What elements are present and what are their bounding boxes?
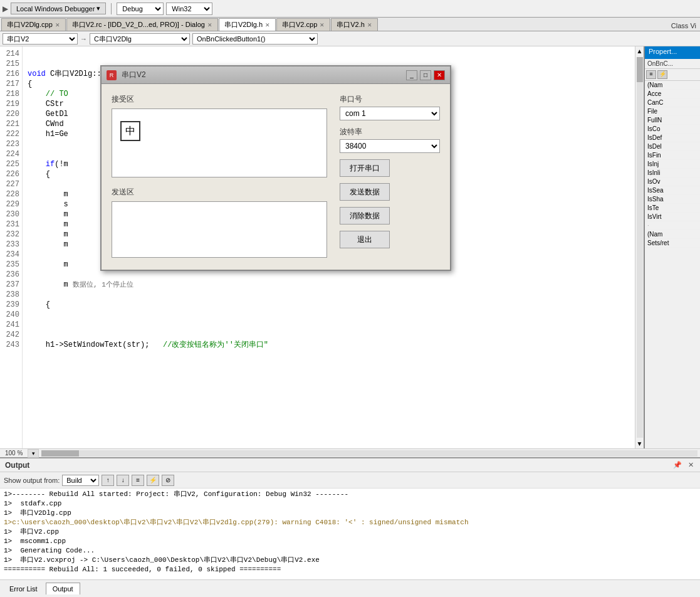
- tab-label: Error List: [9, 585, 38, 593]
- nav-bar: 串口V2 → C串口V2Dlg OnBnClickedButton1(): [0, 31, 700, 46]
- toolbar-btn-2[interactable]: ↓: [117, 475, 129, 486]
- toolbar-btn-3[interactable]: ≡: [132, 475, 144, 486]
- receive-area-container: 中: [112, 108, 327, 179]
- tab-h[interactable]: 串口V2.h ✕: [331, 18, 378, 31]
- code-line: [28, 320, 630, 330]
- prop-row: IsVirt: [645, 213, 700, 221]
- output-controls: 📌 ✕: [672, 461, 695, 469]
- properties-list: (Nam Acce CanC File FullN IsCo IsDef IsD…: [645, 81, 700, 448]
- code-line: [28, 49, 630, 59]
- tab-label: 串口V2.cpp: [282, 20, 317, 29]
- class-nav-dropdown[interactable]: 串口V2: [3, 33, 78, 45]
- dialog-ctrl-btns: _ □ ✕: [406, 70, 445, 80]
- h-scroll-thumb[interactable]: [41, 450, 79, 457]
- prop-row: IsInli: [645, 169, 700, 177]
- toolbar-btn-1[interactable]: ↑: [102, 475, 114, 486]
- tab-label: 串口V2.rc - [IDD_V2_D...ed, PRO)] - Dialog: [72, 20, 205, 29]
- prop-row: (Nam: [645, 230, 700, 239]
- output-title: Output: [5, 461, 29, 470]
- tab-output[interactable]: Output: [46, 583, 80, 594]
- maximize-button[interactable]: □: [420, 70, 431, 80]
- pin-button[interactable]: 📌: [672, 461, 683, 469]
- output-toolbar: Show output from: Build Debug ↑ ↓ ≡ ⚡ ⊘: [0, 472, 700, 489]
- tab-cpp[interactable]: 串口V2.cpp ✕: [276, 18, 330, 31]
- tab-rc-dialog[interactable]: 串口V2.rc - [IDD_V2_D...ed, PRO)] - Dialog…: [66, 18, 218, 31]
- send-textarea[interactable]: [112, 201, 327, 258]
- code-line: m 数据位, 1个停止位: [28, 280, 630, 290]
- send-data-button[interactable]: 发送数据: [340, 183, 390, 201]
- prop-btn-2[interactable]: ⚡: [657, 70, 667, 79]
- dialog-titlebar: R 串口V2 _ □ ✕: [102, 66, 450, 84]
- h-scroll-track: [41, 450, 697, 457]
- prop-row: IsTe: [645, 204, 700, 213]
- debugger-button[interactable]: Local Windows Debugger ▾: [11, 3, 106, 14]
- dropdown-arrow-icon: ▾: [97, 4, 100, 13]
- dialog-body: 接受区 中 发送区 串口号: [102, 84, 450, 270]
- output-header: Output 📌 ✕: [0, 458, 700, 472]
- function-nav-dropdown[interactable]: OnBnClickedButton1(): [192, 33, 318, 45]
- clear-data-button[interactable]: 消除数据: [340, 207, 390, 225]
- platform-dropdown[interactable]: Win32: [166, 3, 212, 15]
- output-line-warning: 1>c:\users\caozh_000\desktop\串口v2\串口v2\串…: [4, 518, 696, 527]
- tab-label: Output: [53, 585, 73, 593]
- tab-label: 串口V2Dlg.h: [224, 20, 263, 29]
- prop-row: IsDef: [645, 134, 700, 142]
- code-line: h1->SetWindowText(str); //改变按钮名称为''关闭串口": [28, 340, 630, 350]
- output-line: 1> stdafx.cpp: [4, 499, 696, 509]
- output-line: 1> 串口V2Dlg.cpp: [4, 509, 696, 518]
- close-icon[interactable]: ✕: [265, 22, 270, 28]
- toolbar-btn-5[interactable]: ⊘: [162, 475, 174, 486]
- minimize-button[interactable]: _: [406, 70, 417, 80]
- tab-dlg-h[interactable]: 串口V2Dlg.h ✕: [219, 18, 276, 31]
- member-nav-dropdown[interactable]: C串口V2Dlg: [90, 33, 190, 45]
- output-line: 1> Generating Code...: [4, 546, 696, 556]
- scroll-thumb[interactable]: [637, 57, 643, 82]
- close-button[interactable]: ✕: [434, 70, 445, 80]
- send-label: 发送区: [112, 187, 327, 198]
- prop-row: File: [645, 107, 700, 116]
- close-icon[interactable]: ✕: [55, 22, 60, 28]
- config-dropdown[interactable]: Debug: [117, 3, 164, 15]
- prop-row: Acce: [645, 90, 700, 98]
- vertical-scrollbar[interactable]: ▲ ▼: [635, 46, 644, 448]
- code-line: [28, 290, 630, 300]
- close-output-button[interactable]: ✕: [687, 461, 695, 469]
- zoom-down-btn[interactable]: ▾: [28, 449, 39, 458]
- properties-toolbar: ≡ ⚡: [645, 69, 700, 81]
- output-content: 1>-------- Rebuild All started: Project:…: [0, 489, 700, 579]
- close-icon[interactable]: ✕: [320, 22, 325, 28]
- open-port-button[interactable]: 打开串口: [340, 159, 390, 177]
- exit-button[interactable]: 退出: [340, 231, 390, 248]
- close-icon[interactable]: ✕: [367, 22, 372, 28]
- prop-btn-1[interactable]: ≡: [646, 70, 656, 79]
- source-select[interactable]: Build Debug: [62, 475, 99, 486]
- port-select[interactable]: com 1 com 2 com 3: [340, 107, 440, 120]
- prop-row: (Nam: [645, 81, 700, 90]
- code-line: [28, 310, 630, 320]
- baud-group: 波特率 9600 19200 38400 115200: [340, 127, 440, 153]
- code-line: [28, 330, 630, 340]
- debugger-label: Local Windows Debugger: [16, 5, 95, 13]
- scroll-down-btn[interactable]: ▼: [635, 439, 644, 448]
- code-line: {: [28, 300, 630, 310]
- prop-row: FullN: [645, 116, 700, 125]
- receive-textarea[interactable]: [112, 108, 327, 177]
- nav-arrow-icon: →: [80, 35, 87, 43]
- scroll-up-btn[interactable]: ▲: [635, 46, 644, 56]
- output-line: 1> 串口V2.cpp: [4, 527, 696, 537]
- toolbar-btn-4[interactable]: ⚡: [147, 475, 159, 486]
- tab-label: 串口V2.h: [337, 20, 365, 29]
- zoom-indicator: 100 %: [0, 450, 28, 457]
- baud-select[interactable]: 9600 19200 38400 115200: [340, 139, 440, 153]
- prop-row: Sets/ret: [645, 239, 700, 248]
- properties-header: Propert...: [645, 46, 700, 59]
- port-label: 串口号: [340, 94, 440, 105]
- dialog-row: 接受区 中 发送区 串口号: [112, 94, 440, 260]
- output-line-success: ========== Rebuild All: 1 succeeded, 0 f…: [4, 565, 696, 574]
- close-icon[interactable]: ✕: [207, 22, 212, 28]
- tab-serialdlg-cpp[interactable]: 串口V2Dlg.cpp ✕: [1, 18, 66, 31]
- tab-error-list[interactable]: Error List: [3, 583, 44, 595]
- properties-function: OnBnC...: [645, 59, 700, 69]
- baud-label: 波特率: [340, 127, 440, 137]
- class-view-tab[interactable]: Class Vi: [667, 21, 700, 31]
